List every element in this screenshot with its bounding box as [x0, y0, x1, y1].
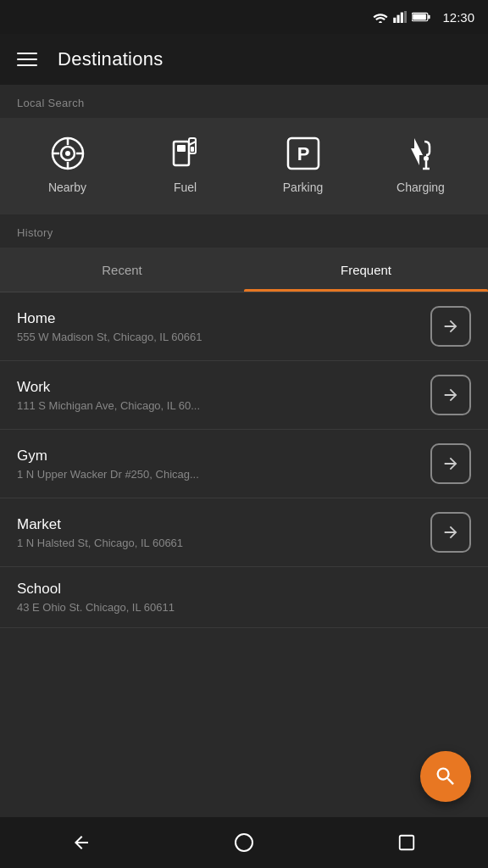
dest-info-school: School 43 E Ohio St. Chicago, IL 60611	[17, 581, 471, 614]
dest-name-market: Market	[17, 516, 430, 533]
status-time: 12:30	[442, 10, 474, 25]
svg-point-21	[424, 156, 429, 161]
back-icon	[71, 832, 92, 853]
dest-info-gym: Gym 1 N Upper Wacker Dr #250, Chicag...	[17, 448, 430, 481]
dest-arrow-work[interactable]	[430, 375, 471, 415]
svg-point-10	[65, 151, 70, 156]
svg-point-0	[380, 21, 383, 23]
recents-icon	[397, 833, 416, 852]
dest-arrow-gym[interactable]	[430, 443, 471, 484]
menu-button[interactable]	[17, 53, 37, 66]
home-button[interactable]	[219, 817, 269, 868]
svg-rect-7	[413, 14, 427, 19]
dest-address-market: 1 N Halsted St, Chicago, IL 60661	[17, 537, 430, 549]
wifi-icon	[373, 11, 388, 23]
dest-address-work: 111 S Michigan Ave, Chicago, IL 60...	[17, 399, 430, 412]
charging-button[interactable]: Charging	[362, 135, 480, 194]
dest-address-school: 43 E Ohio St. Chicago, IL 60611	[17, 601, 471, 614]
svg-rect-4	[405, 11, 408, 23]
charging-label: Charging	[396, 181, 445, 194]
parking-button[interactable]: P Parking	[244, 135, 362, 194]
status-bar: 12:30	[0, 0, 488, 34]
dest-address-gym: 1 N Upper Wacker Dr #250, Chicag...	[17, 468, 430, 481]
dest-item-home[interactable]: Home 555 W Madison St, Chicago, IL 60661	[0, 292, 488, 361]
dest-name-gym: Gym	[17, 448, 430, 465]
local-search-label: Local Search	[0, 85, 488, 118]
signal-icon	[393, 11, 407, 23]
dest-name-school: School	[17, 581, 471, 598]
bottom-nav	[0, 817, 488, 868]
quick-actions: Nearby Fuel P Parking	[0, 118, 488, 214]
nearby-icon	[49, 135, 86, 172]
parking-icon: P	[285, 135, 322, 172]
toolbar: Destinations	[0, 34, 488, 85]
dest-info-work: Work 111 S Michigan Ave, Chicago, IL 60.…	[17, 379, 430, 412]
fuel-label: Fuel	[174, 181, 197, 194]
parking-label: Parking	[283, 181, 323, 194]
svg-point-24	[236, 834, 252, 851]
svg-rect-2	[397, 15, 400, 23]
dest-item-gym[interactable]: Gym 1 N Upper Wacker Dr #250, Chicag...	[0, 430, 488, 498]
search-fab[interactable]	[420, 751, 471, 802]
dest-info-market: Market 1 N Halsted St, Chicago, IL 60661	[17, 516, 430, 549]
tab-frequent[interactable]: Frequent	[244, 248, 488, 292]
tabs: Recent Frequent	[0, 248, 488, 292]
svg-rect-1	[394, 18, 396, 23]
dest-item-work[interactable]: Work 111 S Michigan Ave, Chicago, IL 60.…	[0, 361, 488, 430]
dest-item-school[interactable]: School 43 E Ohio St. Chicago, IL 60611	[0, 567, 488, 628]
svg-rect-18	[191, 147, 194, 152]
recents-button[interactable]	[381, 817, 432, 868]
dest-address-home: 555 W Madison St, Chicago, IL 60661	[17, 331, 430, 343]
svg-rect-25	[400, 836, 414, 850]
battery-icon	[412, 11, 430, 23]
destination-list: Home 555 W Madison St, Chicago, IL 60661…	[0, 292, 488, 628]
history-section: History Recent Frequent Home 555 W Madis…	[0, 214, 488, 628]
fuel-icon	[167, 135, 204, 172]
dest-info-home: Home 555 W Madison St, Chicago, IL 60661	[17, 310, 430, 343]
tab-recent[interactable]: Recent	[0, 248, 244, 292]
dest-arrow-home[interactable]	[430, 306, 471, 347]
dest-name-work: Work	[17, 379, 430, 396]
dest-arrow-market[interactable]	[430, 512, 471, 553]
home-circle-icon	[234, 832, 254, 853]
svg-text:P: P	[297, 143, 309, 164]
dest-item-market[interactable]: Market 1 N Halsted St, Chicago, IL 60661	[0, 498, 488, 567]
charging-icon	[402, 135, 440, 172]
dest-name-home: Home	[17, 310, 430, 327]
nearby-button[interactable]: Nearby	[8, 135, 126, 194]
page-title: Destinations	[58, 48, 164, 70]
svg-rect-16	[177, 145, 186, 152]
fuel-button[interactable]: Fuel	[126, 135, 244, 194]
status-icons: 12:30	[373, 10, 474, 25]
history-label: History	[0, 214, 488, 248]
svg-rect-3	[401, 13, 403, 23]
back-button[interactable]	[56, 817, 107, 868]
search-icon	[434, 765, 458, 788]
svg-rect-6	[429, 15, 430, 19]
nearby-label: Nearby	[48, 181, 86, 194]
